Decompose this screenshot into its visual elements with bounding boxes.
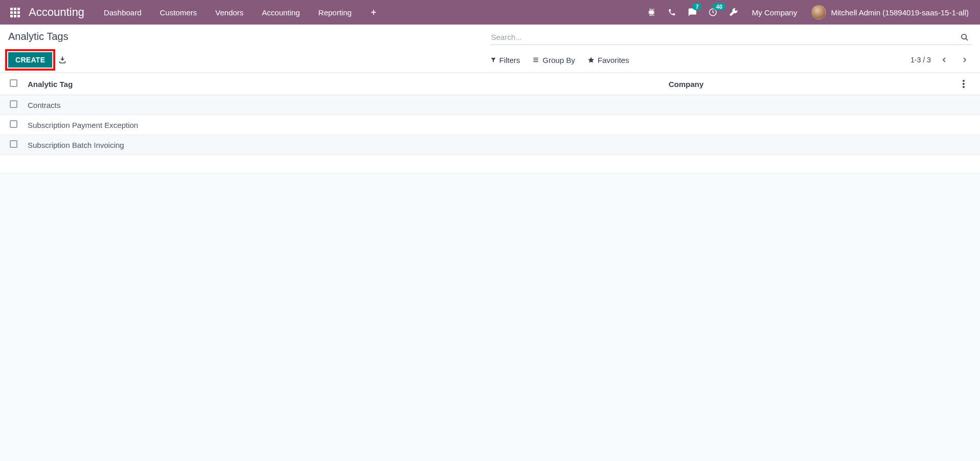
search-input[interactable]	[490, 31, 958, 43]
svg-point-9	[963, 80, 965, 82]
col-options	[957, 73, 980, 95]
breadcrumb: Analytic Tags	[8, 31, 68, 42]
cell-tag: Contracts	[23, 95, 664, 115]
col-company[interactable]: Company	[664, 73, 958, 95]
column-options-button[interactable]	[963, 80, 975, 88]
kebab-icon	[963, 80, 965, 88]
groupby-button[interactable]: Group By	[532, 56, 575, 64]
groupby-label: Group By	[542, 56, 575, 64]
company-switcher[interactable]: My Company	[744, 8, 805, 17]
table-footer-spacer	[0, 155, 980, 173]
funnel-icon	[490, 57, 496, 63]
col-select-all	[0, 73, 23, 95]
pager: 1-3 / 3	[910, 53, 972, 67]
phone-icon-btn[interactable]	[662, 0, 682, 25]
svg-point-2	[650, 10, 654, 14]
row-checkbox[interactable]	[10, 120, 17, 128]
top-navbar: Accounting Dashboard Customers Vendors A…	[0, 0, 980, 25]
pager-next[interactable]	[957, 53, 972, 67]
tools-icon-btn[interactable]	[723, 0, 744, 25]
activities-icon-btn[interactable]: 40	[703, 0, 723, 25]
control-panel: Analytic Tags CREATE Filters Group	[0, 25, 980, 73]
menu-customers[interactable]: Customers	[150, 0, 206, 25]
cell-company	[664, 95, 958, 115]
debug-icon[interactable]	[641, 0, 662, 25]
cell-company	[664, 135, 958, 155]
row-checkbox[interactable]	[10, 140, 17, 148]
star-icon	[587, 56, 595, 63]
search-button[interactable]	[957, 33, 972, 41]
app-name[interactable]: Accounting	[29, 6, 84, 19]
pager-prev[interactable]	[937, 53, 951, 67]
messages-badge: 7	[692, 3, 702, 10]
export-button[interactable]	[58, 56, 67, 64]
avatar	[812, 5, 826, 19]
user-menu[interactable]: Mitchell Admin (15894019-saas-15-1-all)	[805, 5, 974, 19]
search-bar	[490, 31, 972, 45]
svg-point-10	[963, 83, 965, 85]
favorites-label: Favorites	[598, 56, 629, 64]
search-icon	[961, 33, 969, 41]
phone-icon	[668, 8, 676, 16]
select-all-checkbox[interactable]	[10, 79, 17, 87]
col-analytic-tag[interactable]: Analytic Tag	[23, 73, 664, 95]
main-menu: Dashboard Customers Vendors Accounting R…	[95, 0, 386, 25]
cell-tag: Subscription Payment Exception	[23, 115, 664, 135]
filters-label: Filters	[499, 56, 520, 64]
nav-left: Accounting Dashboard Customers Vendors A…	[6, 0, 386, 25]
messages-icon-btn[interactable]: 7	[682, 0, 703, 25]
row-checkbox[interactable]	[10, 100, 17, 108]
menu-new-icon[interactable]	[361, 0, 386, 25]
plus-icon	[370, 9, 377, 16]
chevron-right-icon	[961, 56, 969, 64]
list-view: Analytic Tag Company Contracts Subscript…	[0, 73, 980, 173]
filters-button[interactable]: Filters	[490, 56, 520, 64]
list-icon	[532, 56, 539, 63]
svg-line-5	[966, 38, 968, 40]
bug-icon	[647, 8, 656, 17]
menu-accounting[interactable]: Accounting	[253, 0, 309, 25]
apps-menu-icon[interactable]	[6, 0, 24, 25]
analytic-tags-table: Analytic Tag Company Contracts Subscript…	[0, 73, 980, 155]
chevron-left-icon	[940, 56, 948, 64]
table-row[interactable]: Subscription Batch Invoicing	[0, 135, 980, 155]
pager-text: 1-3 / 3	[910, 56, 931, 64]
svg-point-4	[962, 34, 966, 39]
cell-tag: Subscription Batch Invoicing	[23, 135, 664, 155]
menu-dashboard[interactable]: Dashboard	[95, 0, 150, 25]
menu-vendors[interactable]: Vendors	[206, 0, 253, 25]
search-options: Filters Group By Favorites	[490, 56, 629, 64]
user-name: Mitchell Admin (15894019-saas-15-1-all)	[831, 8, 969, 17]
nav-right: 7 40 My Company Mitchell Admin (15894019…	[641, 0, 974, 25]
table-row[interactable]: Contracts	[0, 95, 980, 115]
wrench-icon	[729, 8, 738, 17]
svg-point-11	[963, 86, 965, 88]
download-icon	[58, 56, 67, 64]
create-button[interactable]: CREATE	[8, 52, 52, 68]
menu-reporting[interactable]: Reporting	[309, 0, 361, 25]
table-row[interactable]: Subscription Payment Exception	[0, 115, 980, 135]
cell-company	[664, 115, 958, 135]
favorites-button[interactable]: Favorites	[587, 56, 629, 64]
